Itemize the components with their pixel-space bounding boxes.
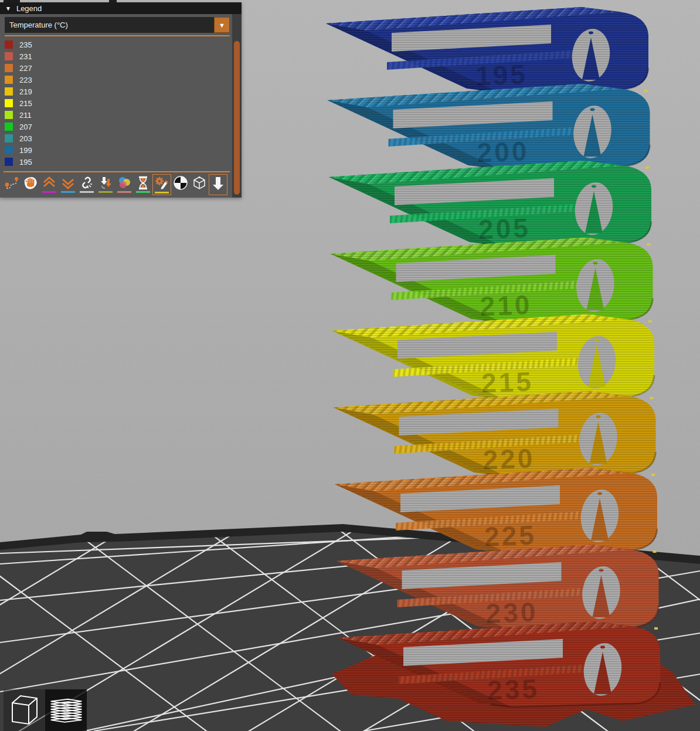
retraction-hand-button[interactable] bbox=[21, 174, 40, 195]
chevrons-down-icon bbox=[60, 175, 76, 191]
feature-color-underline bbox=[61, 191, 75, 193]
preview-toolbar bbox=[2, 174, 227, 195]
legend-value: 199 bbox=[19, 146, 32, 155]
dropdown-value: Temperature (°C) bbox=[9, 21, 214, 29]
down-arrow-button[interactable] bbox=[209, 174, 227, 195]
color-swatch bbox=[5, 87, 13, 96]
legend-value: 231 bbox=[19, 52, 32, 61]
solid-view-button[interactable] bbox=[4, 689, 45, 731]
color-swatch bbox=[5, 146, 13, 154]
feature-color-underline bbox=[80, 191, 94, 193]
color-swatch bbox=[5, 134, 13, 142]
legend-value: 211 bbox=[19, 111, 32, 120]
legend-value: 215 bbox=[19, 99, 32, 108]
color-circles-icon bbox=[117, 175, 132, 191]
tower-block-200: 200 bbox=[328, 84, 650, 169]
stacked-layers-icon bbox=[49, 692, 84, 729]
color-swatch bbox=[5, 76, 13, 84]
accent-divider bbox=[5, 35, 230, 36]
gear-pencil-icon bbox=[154, 176, 169, 191]
view-mode-switcher bbox=[4, 689, 87, 731]
legend-item-203: 203 bbox=[5, 132, 32, 144]
tower-block-205: 205 bbox=[329, 161, 651, 246]
feature-color-underline bbox=[42, 191, 56, 193]
legend-panel: ▼ Legend Temperature (°C) ▼ 235231227223… bbox=[0, 2, 242, 198]
legend-item-207: 207 bbox=[5, 121, 32, 132]
legend-panel-header[interactable]: ▼ Legend bbox=[0, 2, 242, 14]
legend-item-227: 227 bbox=[5, 62, 32, 74]
bw-circle-button[interactable] bbox=[171, 174, 190, 195]
legend-value: 223 bbox=[19, 76, 32, 84]
chevrons-up-icon bbox=[42, 175, 57, 191]
wire-cube-button[interactable] bbox=[190, 174, 209, 195]
legend-title: Legend bbox=[16, 4, 42, 13]
feature-color-underline bbox=[117, 191, 131, 193]
tower-block-215: 215 bbox=[332, 314, 654, 400]
chevrons-down-button[interactable] bbox=[59, 174, 77, 195]
accent-divider bbox=[4, 171, 230, 172]
legend-scrollbar-thumb[interactable] bbox=[234, 41, 240, 195]
dropdown-arrow-button[interactable]: ▼ bbox=[214, 17, 230, 33]
feature-color-underline bbox=[155, 192, 169, 193]
legend-scrollbar-track[interactable] bbox=[232, 14, 242, 198]
tower-block-195: 195 bbox=[326, 7, 648, 93]
cube-outline-icon bbox=[9, 692, 40, 729]
legend-item-223: 223 bbox=[5, 74, 32, 86]
down-arrow-icon bbox=[210, 176, 226, 191]
collapse-triangle-icon[interactable]: ▼ bbox=[5, 5, 11, 12]
color-swatch bbox=[5, 52, 13, 60]
legend-value: 227 bbox=[19, 64, 32, 73]
color-swatch bbox=[5, 111, 13, 119]
travel-path-button[interactable] bbox=[2, 174, 21, 195]
legend-item-211: 211 bbox=[5, 109, 32, 121]
bw-circle-icon bbox=[173, 175, 188, 191]
legend-mode-dropdown[interactable]: Temperature (°C) ▼ bbox=[5, 17, 230, 33]
legend-value: 235 bbox=[19, 40, 32, 49]
legend-item-219: 219 bbox=[5, 86, 32, 97]
tower-block-220: 220 bbox=[334, 391, 656, 477]
color-swatch bbox=[5, 158, 13, 166]
tower-block-210: 210 bbox=[331, 237, 653, 323]
legend-color-scale: 235231227223219215211207203199195 bbox=[5, 39, 32, 168]
legend-item-215: 215 bbox=[5, 97, 32, 109]
chevrons-up-button[interactable] bbox=[40, 174, 59, 195]
feature-color-underline bbox=[98, 191, 113, 193]
broken-link-button[interactable] bbox=[77, 174, 96, 195]
gear-pencil-button[interactable] bbox=[152, 174, 171, 195]
color-swatch bbox=[5, 64, 13, 72]
legend-item-195: 195 bbox=[5, 156, 32, 168]
legend-value: 203 bbox=[19, 134, 32, 143]
legend-value: 195 bbox=[19, 158, 32, 166]
wire-cube-icon bbox=[192, 175, 207, 191]
travel-path-icon bbox=[4, 175, 19, 191]
legend-item-235: 235 bbox=[5, 39, 32, 50]
hourglass-icon bbox=[135, 175, 151, 191]
retraction-hand-icon bbox=[22, 175, 39, 191]
layer-view-button[interactable] bbox=[45, 689, 87, 731]
gcode-preview-viewport[interactable]: 195200205210215220225230235 ▼ Legend Tem… bbox=[0, 0, 700, 731]
legend-value: 207 bbox=[19, 123, 32, 131]
legend-value: 219 bbox=[19, 87, 32, 96]
legend-item-231: 231 bbox=[5, 50, 32, 62]
hourglass-button[interactable] bbox=[134, 174, 152, 195]
legend-item-199: 199 bbox=[5, 144, 32, 156]
color-swatch bbox=[5, 40, 13, 49]
color-swatch bbox=[5, 99, 13, 107]
arrow-drop-icon bbox=[98, 175, 113, 191]
broken-link-icon bbox=[79, 175, 94, 191]
color-circles-button[interactable] bbox=[115, 174, 134, 195]
color-swatch bbox=[5, 123, 13, 131]
arrow-drop-button[interactable] bbox=[96, 174, 115, 195]
feature-color-underline bbox=[136, 191, 150, 193]
